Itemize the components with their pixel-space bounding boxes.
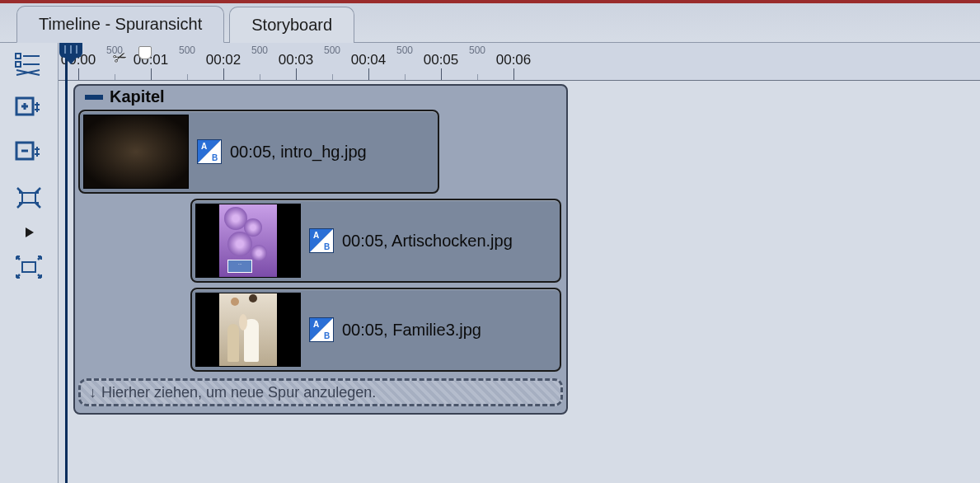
- fit-all-icon[interactable]: [8, 249, 49, 285]
- range-marker[interactable]: [138, 46, 152, 59]
- ruler-minor-label: 500: [251, 45, 268, 56]
- toggle-tracks-icon[interactable]: [8, 46, 49, 82]
- ruler-major-label: 00:03: [279, 52, 314, 68]
- chapter-container: Kapitel AB 00:05, intro_hg.jpg: [73, 84, 568, 415]
- clip-item[interactable]: AB 00:05, intro_hg.jpg: [78, 110, 439, 194]
- collapse-chapter-icon[interactable]: [85, 95, 103, 100]
- ruler-minor-label: 500: [469, 45, 485, 56]
- ruler-major-label: 00:06: [496, 52, 532, 68]
- new-track-dropzone[interactable]: ↓ Hierher ziehen, um neue Spur anzulegen…: [78, 378, 563, 406]
- svg-text:B: B: [324, 242, 330, 251]
- collapse-tracks-icon[interactable]: [8, 135, 49, 171]
- svg-text:A: A: [313, 320, 319, 329]
- fit-clip-icon[interactable]: [8, 180, 49, 216]
- tab-storyboard[interactable]: Storyboard: [229, 7, 354, 43]
- svg-text:A: A: [313, 231, 319, 240]
- arrow-down-icon: ↓: [89, 384, 96, 401]
- ruler-minor-label: 500: [324, 45, 340, 56]
- clip-label: 00:05, Artischocken.jpg: [342, 232, 513, 251]
- transition-icon[interactable]: AB: [309, 317, 334, 342]
- clip-thumbnail: [83, 115, 189, 189]
- clip-item[interactable]: AB 00:05, Familie3.jpg: [190, 288, 561, 372]
- svg-rect-1: [16, 62, 21, 67]
- scissors-icon[interactable]: ✂: [110, 46, 129, 69]
- expand-tracks-icon[interactable]: [8, 91, 49, 127]
- clip-item[interactable]: ··· AB 00:05, Artischocken.jpg: [190, 199, 561, 283]
- clip-thumbnail: ···: [195, 204, 301, 278]
- chapter-title: Kapitel: [110, 87, 165, 106]
- ruler-major-label: 00:02: [206, 52, 241, 68]
- ruler-major-label: 00:05: [424, 52, 459, 68]
- svg-rect-11: [22, 193, 35, 203]
- timeline-ruler[interactable]: ✂ 00:0050000:0150000:0250000:0350000:045…: [59, 43, 980, 81]
- clip-label: 00:05, Familie3.jpg: [342, 321, 481, 340]
- svg-rect-12: [22, 262, 35, 272]
- transition-icon[interactable]: AB: [309, 228, 334, 253]
- track-area: Kapitel AB 00:05, intro_hg.jpg: [59, 81, 980, 415]
- clip-label: 00:05, intro_hg.jpg: [230, 143, 367, 162]
- svg-text:A: A: [201, 142, 207, 151]
- svg-rect-0: [16, 54, 21, 59]
- sidebar: [0, 43, 58, 483]
- playhead[interactable]: [65, 43, 68, 483]
- ruler-minor-label: 500: [396, 45, 413, 56]
- ruler-minor-label: 500: [179, 45, 195, 56]
- playhead-handle[interactable]: [59, 43, 82, 58]
- play-icon[interactable]: [8, 224, 49, 241]
- dropzone-hint: Hierher ziehen, um neue Spur anzulegen.: [101, 384, 376, 401]
- transition-icon[interactable]: AB: [197, 139, 222, 164]
- tab-timeline[interactable]: Timeline - Spuransicht: [16, 6, 224, 43]
- clip-thumbnail: [195, 293, 301, 367]
- svg-text:B: B: [212, 153, 218, 162]
- chapter-header[interactable]: Kapitel: [78, 86, 563, 108]
- tab-bar: Timeline - Spuransicht Storyboard: [0, 0, 980, 43]
- ruler-major-label: 00:04: [351, 52, 387, 68]
- svg-text:B: B: [324, 331, 330, 340]
